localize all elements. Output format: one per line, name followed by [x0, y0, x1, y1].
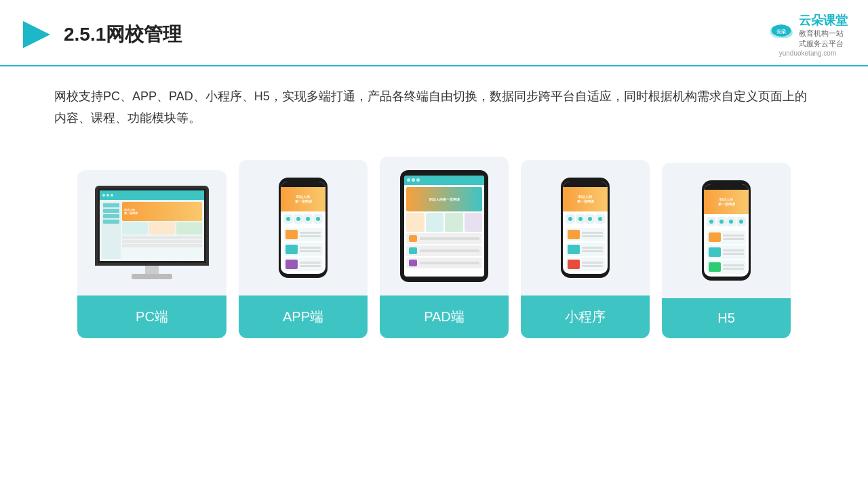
monitor-banner-text: 职达人的第一堂网课 — [124, 208, 138, 215]
monitor-card-1 — [122, 222, 148, 235]
mini-line-2a — [582, 247, 603, 249]
monitor-cards — [122, 222, 202, 235]
phone-notch-app — [296, 182, 311, 186]
tablet-row-3 — [406, 258, 482, 268]
monitor-screen: 职达人的第一堂网课 — [98, 188, 206, 263]
icon-dot-1 — [286, 217, 290, 221]
tablet-header — [404, 176, 484, 185]
app-phone: 职达人的第一堂网课 — [279, 178, 328, 278]
monitor-dot-2 — [106, 194, 109, 197]
mini-line-2b — [582, 250, 603, 252]
monitor-neck — [145, 266, 159, 274]
h5-phone: 职达人的第一堂网课 — [702, 180, 751, 281]
sidebar-item-4 — [103, 220, 119, 224]
pc-monitor: 职达人的第一堂网课 — [95, 186, 209, 279]
header-left: 2.5.1网校管理 — [20, 18, 182, 51]
mini-lines-1 — [582, 232, 603, 237]
h5-dot-1 — [709, 220, 713, 224]
phone-icons-app — [281, 211, 326, 226]
monitor-list-1 — [122, 236, 202, 239]
logo-name: 云朵课堂 — [799, 12, 848, 28]
mini-label: 小程序 — [521, 296, 650, 338]
mini-line-3a — [582, 262, 603, 264]
h5-thumb-2 — [709, 247, 721, 257]
svg-text:云朵: 云朵 — [776, 28, 787, 35]
phone-list-mini — [563, 226, 608, 274]
h5-line-1a — [723, 235, 744, 237]
card-pad: 职达人的第一堂网课 — [380, 157, 509, 338]
h5-line-3b — [723, 268, 744, 270]
h5-icon-2 — [717, 217, 726, 226]
phone-list-card-1 — [283, 228, 323, 241]
phone-thumb-1 — [285, 230, 298, 239]
mini-line-1a — [582, 232, 603, 234]
mini-thumb-1 — [568, 230, 580, 239]
mini-line-1b — [582, 235, 603, 237]
card-mini: 职达人的第一堂网课 — [521, 160, 650, 338]
monitor-sidebar — [102, 202, 121, 259]
h5-dot-3 — [729, 220, 733, 224]
tablet-rows — [406, 233, 482, 268]
monitor-list — [122, 236, 202, 247]
header: 2.5.1网校管理 云朵 云朵课堂 教育机构一站式服务云平台 yunduoket… — [0, 0, 868, 66]
phone-line-1b — [300, 235, 321, 237]
cards-container: 职达人的第一堂网课 — [0, 136, 868, 359]
logo-url: yunduoketang.com — [779, 49, 837, 57]
phone-thumb-2 — [285, 245, 298, 254]
h5-icon-1 — [707, 217, 716, 226]
phone-list-card-3 — [283, 258, 323, 271]
mini-icon-4 — [595, 214, 605, 224]
h5-icon-3 — [726, 217, 736, 226]
phone-line-3b — [300, 265, 321, 267]
phone-line-3a — [300, 262, 321, 264]
svg-marker-0 — [23, 21, 50, 48]
monitor-list-2 — [122, 240, 202, 243]
mini-icon-1 — [566, 214, 575, 224]
phone-lines-1 — [300, 232, 321, 237]
pc-image-area: 职达人的第一堂网课 — [77, 170, 226, 296]
phone-body-h5: 职达人的第一堂网课 — [702, 180, 751, 281]
mini-line-3b — [582, 265, 603, 267]
logo-cloud: 云朵 云朵课堂 教育机构一站式服务云平台 — [768, 12, 848, 49]
cloud-icon: 云朵 — [768, 20, 795, 41]
h5-list-card-2 — [707, 245, 746, 259]
mini-dot-2 — [578, 217, 583, 221]
phone-icon-4 — [313, 214, 323, 224]
tablet-body: 职达人的第一堂网课 — [400, 170, 488, 282]
phone-thumb-3 — [285, 260, 298, 269]
h5-thumb-3 — [709, 262, 721, 272]
phone-line-2a — [300, 247, 321, 249]
phone-banner-text-h5: 职达人的第一堂网课 — [715, 197, 738, 206]
mini-icon-2 — [576, 214, 585, 224]
tablet-banner-text: 职达人的第一堂网课 — [429, 197, 460, 201]
phone-list-card-2 — [283, 243, 323, 256]
phone-list-app — [281, 226, 326, 274]
phone-banner-h5: 职达人的第一堂网课 — [704, 190, 749, 214]
phone-icon-1 — [283, 214, 293, 224]
tablet-banner: 职达人的第一堂网课 — [406, 187, 482, 211]
tablet-dot-1 — [407, 178, 410, 182]
phone-body-app: 职达人的第一堂网课 — [279, 178, 328, 278]
pad-tablet: 职达人的第一堂网课 — [400, 170, 488, 282]
tablet-row-2 — [406, 245, 482, 256]
monitor-base — [132, 274, 172, 279]
phone-icons-mini — [563, 211, 608, 226]
mini-icon-3 — [585, 214, 595, 224]
monitor-content: 职达人的第一堂网课 — [100, 200, 204, 261]
h5-lines-1 — [723, 235, 744, 240]
tablet-row-1 — [406, 233, 482, 244]
h5-list-card-3 — [707, 260, 746, 274]
tablet-dot-2 — [412, 178, 415, 182]
mini-dot-1 — [568, 217, 572, 221]
logo-area: 云朵 云朵课堂 教育机构一站式服务云平台 yunduoketang.com — [768, 12, 848, 57]
phone-lines-2 — [300, 247, 321, 252]
app-label: APP端 — [239, 296, 368, 338]
app-image-area: 职达人的第一堂网课 — [239, 160, 368, 296]
tablet-screen: 职达人的第一堂网课 — [404, 176, 484, 277]
phone-line-1a — [300, 232, 321, 234]
phone-banner-text-app: 职达人的第一堂网课 — [292, 195, 315, 203]
card-pc: 职达人的第一堂网课 — [77, 170, 226, 338]
phone-banner-app: 职达人的第一堂网课 — [281, 187, 326, 211]
phone-screen-app: 职达人的第一堂网课 — [281, 182, 326, 274]
sidebar-item-3 — [103, 214, 119, 218]
